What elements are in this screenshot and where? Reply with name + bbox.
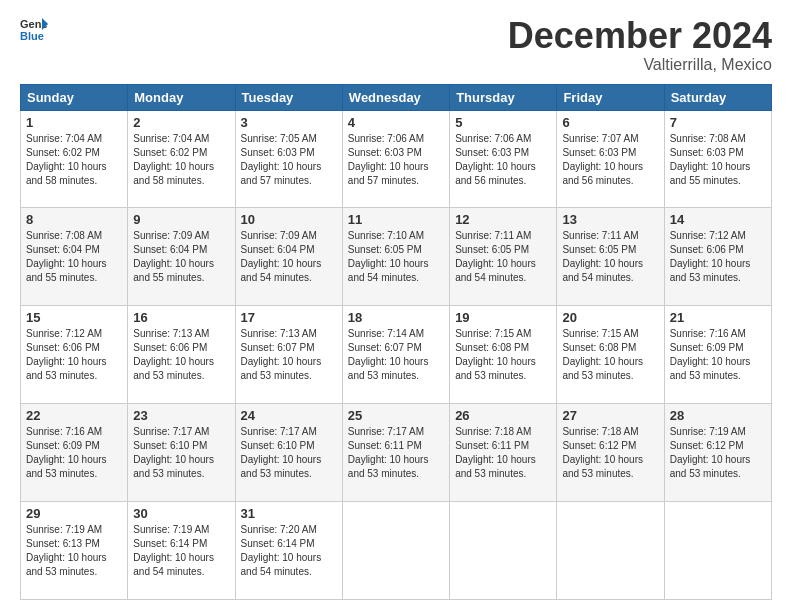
day-info: Sunrise: 7:11 AM Sunset: 6:05 PM Dayligh…: [455, 229, 551, 285]
table-row: 20Sunrise: 7:15 AM Sunset: 6:08 PM Dayli…: [557, 306, 664, 404]
day-number: 24: [241, 408, 337, 423]
table-row: 1Sunrise: 7:04 AM Sunset: 6:02 PM Daylig…: [21, 110, 128, 208]
table-row: 3Sunrise: 7:05 AM Sunset: 6:03 PM Daylig…: [235, 110, 342, 208]
day-number: 5: [455, 115, 551, 130]
day-info: Sunrise: 7:17 AM Sunset: 6:10 PM Dayligh…: [133, 425, 229, 481]
day-number: 18: [348, 310, 444, 325]
calendar-row: 1Sunrise: 7:04 AM Sunset: 6:02 PM Daylig…: [21, 110, 772, 208]
header-wednesday: Wednesday: [342, 84, 449, 110]
day-number: 23: [133, 408, 229, 423]
day-info: Sunrise: 7:19 AM Sunset: 6:13 PM Dayligh…: [26, 523, 122, 579]
table-row: 18Sunrise: 7:14 AM Sunset: 6:07 PM Dayli…: [342, 306, 449, 404]
title-block: December 2024 Valtierrilla, Mexico: [508, 16, 772, 74]
header-saturday: Saturday: [664, 84, 771, 110]
day-info: Sunrise: 7:04 AM Sunset: 6:02 PM Dayligh…: [26, 132, 122, 188]
day-info: Sunrise: 7:15 AM Sunset: 6:08 PM Dayligh…: [562, 327, 658, 383]
table-row: 6Sunrise: 7:07 AM Sunset: 6:03 PM Daylig…: [557, 110, 664, 208]
table-row: 24Sunrise: 7:17 AM Sunset: 6:10 PM Dayli…: [235, 404, 342, 502]
day-info: Sunrise: 7:11 AM Sunset: 6:05 PM Dayligh…: [562, 229, 658, 285]
table-row: [342, 502, 449, 600]
header-monday: Monday: [128, 84, 235, 110]
day-number: 12: [455, 212, 551, 227]
day-number: 29: [26, 506, 122, 521]
day-info: Sunrise: 7:17 AM Sunset: 6:10 PM Dayligh…: [241, 425, 337, 481]
logo: General Blue: [20, 16, 48, 44]
svg-text:Blue: Blue: [20, 30, 44, 42]
table-row: 25Sunrise: 7:17 AM Sunset: 6:11 PM Dayli…: [342, 404, 449, 502]
day-number: 9: [133, 212, 229, 227]
day-info: Sunrise: 7:10 AM Sunset: 6:05 PM Dayligh…: [348, 229, 444, 285]
day-number: 15: [26, 310, 122, 325]
table-row: 4Sunrise: 7:06 AM Sunset: 6:03 PM Daylig…: [342, 110, 449, 208]
table-row: 30Sunrise: 7:19 AM Sunset: 6:14 PM Dayli…: [128, 502, 235, 600]
table-row: 29Sunrise: 7:19 AM Sunset: 6:13 PM Dayli…: [21, 502, 128, 600]
table-row: 27Sunrise: 7:18 AM Sunset: 6:12 PM Dayli…: [557, 404, 664, 502]
calendar-title: December 2024: [508, 16, 772, 56]
day-info: Sunrise: 7:05 AM Sunset: 6:03 PM Dayligh…: [241, 132, 337, 188]
table-row: 16Sunrise: 7:13 AM Sunset: 6:06 PM Dayli…: [128, 306, 235, 404]
table-row: 21Sunrise: 7:16 AM Sunset: 6:09 PM Dayli…: [664, 306, 771, 404]
calendar-header-row: Sunday Monday Tuesday Wednesday Thursday…: [21, 84, 772, 110]
day-info: Sunrise: 7:09 AM Sunset: 6:04 PM Dayligh…: [241, 229, 337, 285]
day-info: Sunrise: 7:18 AM Sunset: 6:11 PM Dayligh…: [455, 425, 551, 481]
table-row: [557, 502, 664, 600]
day-info: Sunrise: 7:20 AM Sunset: 6:14 PM Dayligh…: [241, 523, 337, 579]
day-number: 16: [133, 310, 229, 325]
day-number: 31: [241, 506, 337, 521]
day-info: Sunrise: 7:17 AM Sunset: 6:11 PM Dayligh…: [348, 425, 444, 481]
table-row: 10Sunrise: 7:09 AM Sunset: 6:04 PM Dayli…: [235, 208, 342, 306]
calendar-row: 22Sunrise: 7:16 AM Sunset: 6:09 PM Dayli…: [21, 404, 772, 502]
logo-icon: General Blue: [20, 16, 48, 44]
table-row: [450, 502, 557, 600]
day-info: Sunrise: 7:04 AM Sunset: 6:02 PM Dayligh…: [133, 132, 229, 188]
day-info: Sunrise: 7:08 AM Sunset: 6:03 PM Dayligh…: [670, 132, 766, 188]
day-info: Sunrise: 7:12 AM Sunset: 6:06 PM Dayligh…: [26, 327, 122, 383]
table-row: 11Sunrise: 7:10 AM Sunset: 6:05 PM Dayli…: [342, 208, 449, 306]
calendar-row: 29Sunrise: 7:19 AM Sunset: 6:13 PM Dayli…: [21, 502, 772, 600]
day-info: Sunrise: 7:09 AM Sunset: 6:04 PM Dayligh…: [133, 229, 229, 285]
table-row: 13Sunrise: 7:11 AM Sunset: 6:05 PM Dayli…: [557, 208, 664, 306]
day-info: Sunrise: 7:06 AM Sunset: 6:03 PM Dayligh…: [455, 132, 551, 188]
table-row: 9Sunrise: 7:09 AM Sunset: 6:04 PM Daylig…: [128, 208, 235, 306]
day-number: 30: [133, 506, 229, 521]
day-number: 21: [670, 310, 766, 325]
day-number: 26: [455, 408, 551, 423]
day-number: 3: [241, 115, 337, 130]
day-number: 27: [562, 408, 658, 423]
calendar-row: 8Sunrise: 7:08 AM Sunset: 6:04 PM Daylig…: [21, 208, 772, 306]
table-row: 23Sunrise: 7:17 AM Sunset: 6:10 PM Dayli…: [128, 404, 235, 502]
day-info: Sunrise: 7:06 AM Sunset: 6:03 PM Dayligh…: [348, 132, 444, 188]
table-row: [664, 502, 771, 600]
day-info: Sunrise: 7:15 AM Sunset: 6:08 PM Dayligh…: [455, 327, 551, 383]
table-row: 31Sunrise: 7:20 AM Sunset: 6:14 PM Dayli…: [235, 502, 342, 600]
table-row: 2Sunrise: 7:04 AM Sunset: 6:02 PM Daylig…: [128, 110, 235, 208]
table-row: 26Sunrise: 7:18 AM Sunset: 6:11 PM Dayli…: [450, 404, 557, 502]
day-number: 11: [348, 212, 444, 227]
page: General Blue December 2024 Valtierrilla,…: [0, 0, 792, 612]
day-number: 6: [562, 115, 658, 130]
table-row: 17Sunrise: 7:13 AM Sunset: 6:07 PM Dayli…: [235, 306, 342, 404]
day-number: 1: [26, 115, 122, 130]
calendar-subtitle: Valtierrilla, Mexico: [508, 56, 772, 74]
day-info: Sunrise: 7:07 AM Sunset: 6:03 PM Dayligh…: [562, 132, 658, 188]
table-row: 22Sunrise: 7:16 AM Sunset: 6:09 PM Dayli…: [21, 404, 128, 502]
header-thursday: Thursday: [450, 84, 557, 110]
day-number: 25: [348, 408, 444, 423]
day-info: Sunrise: 7:16 AM Sunset: 6:09 PM Dayligh…: [26, 425, 122, 481]
day-number: 20: [562, 310, 658, 325]
calendar-table: Sunday Monday Tuesday Wednesday Thursday…: [20, 84, 772, 600]
day-number: 17: [241, 310, 337, 325]
header-sunday: Sunday: [21, 84, 128, 110]
day-info: Sunrise: 7:08 AM Sunset: 6:04 PM Dayligh…: [26, 229, 122, 285]
table-row: 28Sunrise: 7:19 AM Sunset: 6:12 PM Dayli…: [664, 404, 771, 502]
day-number: 8: [26, 212, 122, 227]
table-row: 8Sunrise: 7:08 AM Sunset: 6:04 PM Daylig…: [21, 208, 128, 306]
day-number: 14: [670, 212, 766, 227]
table-row: 7Sunrise: 7:08 AM Sunset: 6:03 PM Daylig…: [664, 110, 771, 208]
day-number: 7: [670, 115, 766, 130]
header: General Blue December 2024 Valtierrilla,…: [20, 16, 772, 74]
table-row: 15Sunrise: 7:12 AM Sunset: 6:06 PM Dayli…: [21, 306, 128, 404]
day-info: Sunrise: 7:12 AM Sunset: 6:06 PM Dayligh…: [670, 229, 766, 285]
day-info: Sunrise: 7:13 AM Sunset: 6:07 PM Dayligh…: [241, 327, 337, 383]
day-info: Sunrise: 7:19 AM Sunset: 6:14 PM Dayligh…: [133, 523, 229, 579]
